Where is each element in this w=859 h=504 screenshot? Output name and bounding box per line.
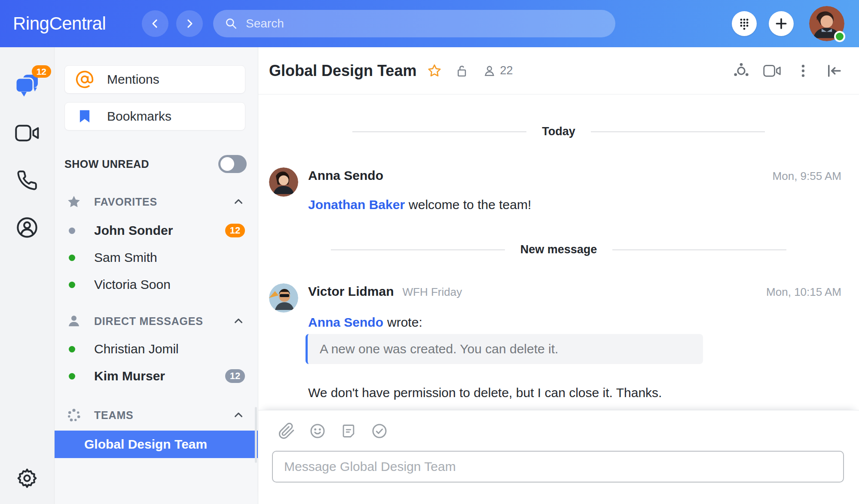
composer-toolbar xyxy=(277,422,389,440)
rail-item-video[interactable] xyxy=(10,116,44,150)
mention-link[interactable]: Anna Sendo xyxy=(308,315,383,329)
author-status: WFH Friday xyxy=(402,285,462,299)
teams-icon xyxy=(64,407,83,423)
composer xyxy=(258,410,859,504)
search-input[interactable] xyxy=(246,17,604,30)
user-avatar[interactable] xyxy=(809,6,844,41)
at-mention-icon xyxy=(75,70,94,89)
message-meta: Victor Lidman WFH Friday Mon, 10:15 AM xyxy=(308,284,841,299)
favorites-title: FAVORITES xyxy=(94,196,157,208)
convo-john-sonder[interactable]: John Sonder 12 xyxy=(64,219,245,243)
chevron-up-icon[interactable] xyxy=(232,195,245,208)
team-name: Global Design Team xyxy=(84,437,207,452)
divider-label: New message xyxy=(520,243,597,256)
app-body: 12 xyxy=(0,47,859,504)
ringcentral-app: RingCentral xyxy=(0,0,859,504)
arrow-to-start-icon xyxy=(825,62,843,80)
search-bar[interactable] xyxy=(213,10,615,37)
start-video-button[interactable] xyxy=(763,61,782,80)
message-meta: Anna Sendo Mon, 9:55 AM xyxy=(308,168,841,183)
user-presence-online-dot xyxy=(834,31,845,42)
nav-forward-button[interactable] xyxy=(176,10,203,37)
teams-title: TEAMS xyxy=(94,409,134,422)
tasks-button[interactable] xyxy=(370,422,389,440)
nav-back-button[interactable] xyxy=(142,10,168,37)
member-count-value: 22 xyxy=(500,64,513,77)
rail-item-phone[interactable] xyxy=(10,163,44,197)
unread-count-badge: 12 xyxy=(225,369,245,383)
avatar-victor-lidman[interactable] xyxy=(269,283,298,313)
chevron-up-icon[interactable] xyxy=(232,315,245,328)
divider-label: Today xyxy=(542,125,575,138)
quote-verb: wrote: xyxy=(387,315,422,329)
video-camera-icon xyxy=(15,124,40,143)
messages-icon xyxy=(15,74,40,98)
top-header: RingCentral xyxy=(0,0,859,47)
bookmark-icon xyxy=(75,108,94,124)
teams-section-header[interactable]: TEAMS xyxy=(64,404,245,426)
dialpad-button[interactable] xyxy=(732,11,757,36)
quote-attribution: Anna Sendowrote: xyxy=(308,314,833,331)
panel-scrollbar[interactable] xyxy=(255,407,257,463)
huddle-button[interactable] xyxy=(732,61,751,80)
member-count[interactable]: 22 xyxy=(483,64,513,78)
notes-button[interactable] xyxy=(339,422,358,440)
conversation-panel: Mentions Bookmarks SHOW UNREAD FAVORI xyxy=(55,47,258,504)
rail-item-messages[interactable]: 12 xyxy=(10,69,44,103)
convo-victoria-soon[interactable]: Victoria Soon xyxy=(64,273,245,297)
show-unread-row: SHOW UNREAD xyxy=(64,153,247,175)
header-right-actions xyxy=(732,6,849,41)
bookmarks-label: Bookmarks xyxy=(107,109,171,124)
rail-item-settings[interactable] xyxy=(10,461,44,495)
author-name[interactable]: Anna Sendo xyxy=(308,168,383,183)
unread-count-badge: 12 xyxy=(225,224,245,237)
divider-line xyxy=(352,131,526,132)
new-message-divider: New message xyxy=(258,243,859,256)
video-camera-icon xyxy=(763,63,782,79)
kebab-menu-icon xyxy=(795,63,811,79)
new-actions-button[interactable] xyxy=(769,11,794,36)
mentions-shortcut[interactable]: Mentions xyxy=(64,65,245,94)
favorites-section-header[interactable]: FAVORITES xyxy=(64,191,245,213)
huddle-icon xyxy=(732,62,750,80)
more-options-button[interactable] xyxy=(794,61,813,80)
emoji-button[interactable] xyxy=(308,422,327,440)
message-timestamp: Mon, 10:15 AM xyxy=(766,285,841,299)
person-icon xyxy=(64,313,83,329)
quoted-text: A new one was created. You can delete it… xyxy=(320,342,558,356)
check-circle-icon xyxy=(371,422,388,440)
message-input[interactable] xyxy=(272,451,844,483)
quoted-message: A new one was created. You can delete it… xyxy=(306,334,703,364)
chevron-right-icon xyxy=(183,17,196,30)
star-icon xyxy=(64,194,83,209)
show-unread-toggle[interactable] xyxy=(218,155,247,173)
rail-item-contacts[interactable] xyxy=(10,210,44,245)
team-global-design-team-selected[interactable]: Global Design Team xyxy=(55,431,258,458)
jump-to-unread-button[interactable] xyxy=(825,61,844,80)
paperclip-icon xyxy=(278,422,295,440)
mention-link[interactable]: Jonathan Baker xyxy=(308,197,405,212)
dialpad-icon xyxy=(737,16,752,31)
bookmarks-shortcut[interactable]: Bookmarks xyxy=(64,102,245,131)
favorite-star-icon[interactable] xyxy=(427,63,442,79)
toggle-knob xyxy=(220,157,234,171)
divider-line xyxy=(612,249,786,250)
convo-christian-jomil[interactable]: Christian Jomil xyxy=(64,337,245,361)
divider-line xyxy=(331,249,505,250)
gear-icon xyxy=(16,468,38,489)
contacts-icon xyxy=(16,216,38,239)
chevron-up-icon[interactable] xyxy=(232,409,245,422)
presence-offline-dot xyxy=(69,228,75,234)
direct-messages-section-header[interactable]: DIRECT MESSAGES xyxy=(64,310,245,332)
attach-file-button[interactable] xyxy=(277,422,296,440)
message-list: Today Anna Sendo Mon, 9:55 AM xyxy=(258,94,859,410)
avatar-image xyxy=(269,283,298,313)
avatar-anna-sendo[interactable] xyxy=(269,167,298,197)
convo-name: Victoria Soon xyxy=(94,277,171,292)
convo-sam-smith[interactable]: Sam Smith xyxy=(64,246,245,270)
convo-kim-murser[interactable]: Kim Murser 12 xyxy=(64,364,245,388)
show-unread-label: SHOW UNREAD xyxy=(64,158,149,170)
author-name[interactable]: Victor Lidman xyxy=(308,284,394,299)
convo-name: Kim Murser xyxy=(94,369,165,383)
chevron-left-icon xyxy=(149,17,162,30)
